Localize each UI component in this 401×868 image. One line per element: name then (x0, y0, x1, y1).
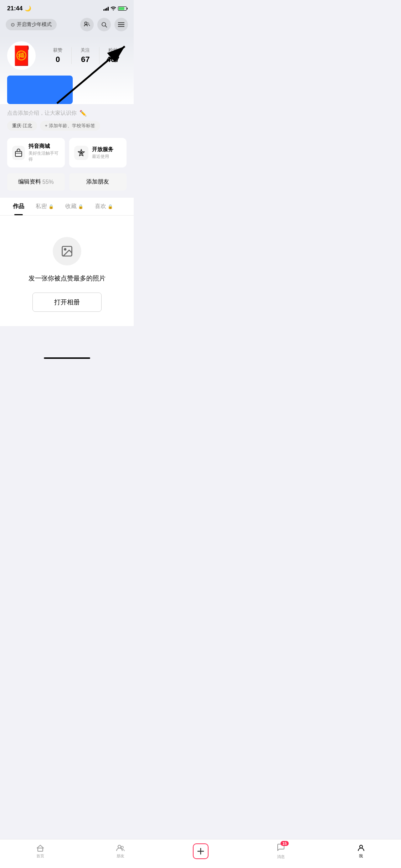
stats-row: 获赞 0 关注 67 粉丝 467 (44, 47, 127, 64)
stat-following-label: 关注 (74, 47, 96, 53)
open-album-button[interactable]: 打开相册 (32, 293, 102, 312)
bio-placeholder: 点击添加介绍，让大家认识你 (7, 110, 77, 117)
open-service-icon (74, 146, 88, 160)
signal-icon (103, 6, 109, 11)
empty-title: 发一张你被点赞最多的照片 (29, 274, 106, 283)
youth-mode-label: 开启青少年模式 (17, 21, 52, 28)
mall-info: 抖音商城 美好生活触手可得 (29, 143, 60, 162)
tab-favorites-label: 收藏 (65, 203, 77, 210)
stat-followers[interactable]: 粉丝 467 (99, 47, 127, 64)
tab-likes-label: 喜欢 (95, 203, 106, 210)
action-row: 编辑资料 55% 添加朋友 (0, 173, 134, 191)
profile-top: 🧧 获赞 0 关注 67 粉丝 467 (7, 41, 127, 70)
douyin-mall-card[interactable]: 抖音商城 美好生活触手可得 (7, 138, 65, 167)
svg-rect-8 (15, 151, 22, 156)
home-indicator (44, 357, 90, 359)
page-header: ⊙ 开启青少年模式 (0, 15, 134, 36)
stat-following[interactable]: 关注 67 (72, 47, 99, 64)
stat-likes[interactable]: 获赞 0 (44, 47, 72, 64)
bio-edit-icon[interactable]: ✏️ (79, 110, 87, 117)
battery-icon (118, 6, 127, 11)
moon-icon: 🌙 (25, 5, 31, 12)
status-bar: 21:44 🌙 (0, 0, 134, 15)
lock-icon-favorites: 🔒 (78, 204, 83, 209)
tags-row: 重庆·江北 + 添加年龄、学校等标签 (0, 121, 134, 131)
search-icon-button[interactable] (97, 18, 111, 31)
mall-name: 抖音商城 (29, 143, 60, 150)
open-service-name: 开放服务 (92, 146, 113, 153)
bio-row[interactable]: 点击添加介绍，让大家认识你 ✏️ (0, 110, 134, 117)
svg-line-2 (105, 26, 107, 27)
profile-section: 🧧 获赞 0 关注 67 粉丝 467 (0, 36, 134, 104)
tab-favorites[interactable]: 收藏 🔒 (60, 198, 89, 215)
stat-followers-value: 467 (102, 55, 124, 64)
edit-profile-label: 编辑资料 (18, 178, 41, 186)
lock-icon-private: 🔒 (48, 204, 54, 209)
open-service-info: 开放服务 最近使用 (92, 146, 113, 160)
content-tabs: 作品 私密 🔒 收藏 🔒 喜欢 🔒 (0, 198, 134, 216)
mall-icon (12, 146, 25, 160)
menu-icon-button[interactable] (114, 18, 128, 31)
edit-profile-percent: 55% (42, 179, 54, 185)
empty-state: 发一张你被点赞最多的照片 打开相册 (0, 216, 134, 326)
tab-works[interactable]: 作品 (7, 198, 30, 215)
svg-point-9 (80, 152, 82, 154)
location-tag[interactable]: 重庆·江北 (7, 121, 37, 131)
youth-mode-icon: ⊙ (11, 22, 15, 27)
stat-likes-value: 0 (47, 55, 68, 64)
stat-followers-label: 粉丝 (102, 47, 124, 53)
edit-profile-button[interactable]: 编辑资料 55% (7, 173, 65, 191)
tab-likes[interactable]: 喜欢 🔒 (89, 198, 119, 215)
youth-mode-button[interactable]: ⊙ 开启青少年模式 (6, 19, 57, 30)
status-time: 21:44 (7, 5, 22, 12)
tab-works-label: 作品 (13, 203, 24, 210)
add-tag-button[interactable]: + 添加年龄、学校等标签 (40, 121, 100, 131)
service-row: 抖音商城 美好生活触手可得 开放服务 最近使用 (0, 138, 134, 167)
open-service-card[interactable]: 开放服务 最近使用 (69, 138, 127, 167)
empty-icon-circle (53, 237, 81, 265)
svg-point-0 (84, 22, 87, 25)
status-icons (103, 6, 127, 11)
open-service-desc: 最近使用 (92, 154, 113, 160)
tab-private[interactable]: 私密 🔒 (30, 198, 60, 215)
add-friend-button[interactable]: 添加朋友 (69, 173, 127, 191)
add-friend-label: 添加朋友 (86, 178, 109, 186)
svg-point-11 (64, 249, 66, 250)
tab-private-label: 私密 (36, 203, 47, 210)
avatar[interactable]: 🧧 (7, 41, 36, 70)
stat-likes-label: 获赞 (47, 47, 68, 53)
friends-icon-button[interactable] (80, 18, 94, 31)
lock-icon-likes: 🔒 (108, 204, 113, 209)
stat-following-value: 67 (74, 55, 96, 64)
wifi-icon (110, 6, 116, 11)
header-icons (80, 18, 128, 31)
mall-desc: 美好生活触手可得 (29, 150, 60, 162)
blue-banner (7, 76, 73, 104)
